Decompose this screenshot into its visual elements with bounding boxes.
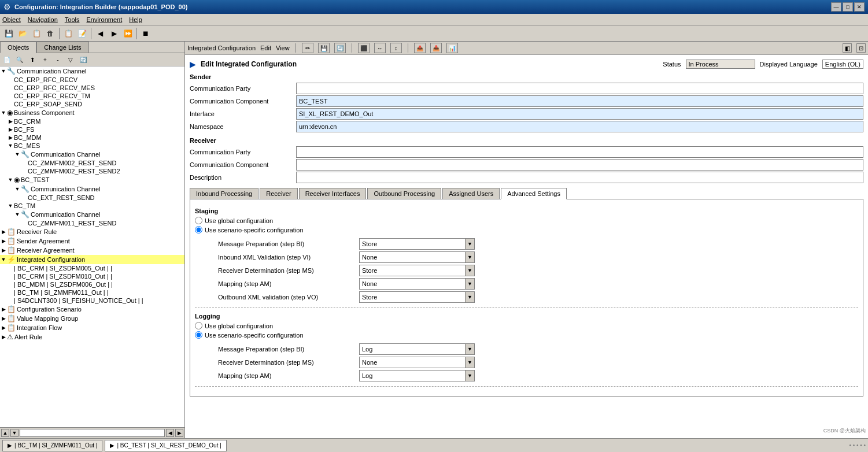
tree-item-7[interactable]: ▶BC_CRM	[0, 117, 184, 125]
tree-expander-11[interactable]: ▼	[14, 151, 21, 157]
tab-inbound-processing[interactable]: Inbound Processing	[190, 188, 258, 199]
tab-objects[interactable]: Objects	[0, 42, 36, 53]
tree-expander-9[interactable]: ▶	[7, 135, 14, 140]
sender-party-field[interactable]	[296, 83, 863, 94]
sender-namespace-field[interactable]	[296, 121, 863, 132]
scroll-down-btn[interactable]: ▼	[10, 429, 19, 437]
tab-advanced-settings[interactable]: Advanced Settings	[501, 188, 567, 199]
tree-item-28[interactable]: | S4DCLNT300 | SI_FEISHU_NOTICE_Out | |	[0, 297, 184, 305]
rt-btn-2[interactable]: 💾	[318, 43, 330, 53]
tree-expander-29[interactable]: ▶	[0, 306, 7, 312]
tree-tb-new[interactable]: 📄	[1, 54, 13, 65]
menu-help[interactable]: Help	[129, 16, 142, 23]
tree-item-1[interactable]: ▼🔧Communication Channel	[0, 66, 184, 76]
tree-item-3[interactable]: CC_ERP_RFC_RECV_MES	[0, 84, 184, 92]
tree-expander-31[interactable]: ▶	[0, 325, 7, 331]
tree-item-12[interactable]: CC_ZMMFM002_REST_SEND	[0, 159, 184, 167]
tb-btn-3[interactable]: 📋	[30, 27, 43, 40]
tab-outbound-processing[interactable]: Outbound Processing	[367, 188, 441, 199]
tree-expander-6[interactable]: ▼	[0, 110, 7, 116]
logging-global-radio[interactable]	[195, 322, 202, 329]
tab-receiver-interfaces[interactable]: Receiver Interfaces	[299, 188, 367, 199]
staging-field-3-select[interactable]: Store ▼	[359, 265, 475, 276]
nav-left-btn[interactable]: ◀	[166, 429, 174, 437]
tree-item-27[interactable]: | BC_TM | SI_ZMMFM011_Out | |	[0, 288, 184, 297]
tree-expander-30[interactable]: ▶	[0, 316, 7, 321]
rt-menu-integrated-config[interactable]: Integrated Configuration	[187, 45, 256, 51]
tree-tb-collapse[interactable]: -	[52, 54, 64, 65]
tree-expander-8[interactable]: ▶	[7, 127, 14, 132]
tree-item-17[interactable]: ▼BC_TM	[0, 202, 184, 210]
logging-field-2-arrow[interactable]: ▼	[465, 357, 474, 368]
tree-item-23[interactable]: ▼⚡Integrated Configuration	[0, 255, 184, 264]
tree-item-22[interactable]: ▶📋Receiver Agreement	[0, 246, 184, 255]
staging-specific-radio[interactable]	[195, 226, 202, 234]
sender-component-field[interactable]	[296, 95, 863, 107]
tb-btn-5[interactable]: 📋	[62, 27, 75, 40]
menu-object[interactable]: Object	[2, 16, 21, 23]
rt-menu-edit[interactable]: Edit	[260, 45, 271, 51]
logging-field-3-select[interactable]: Log ▼	[359, 370, 475, 381]
rt-btn-1[interactable]: ✏	[302, 43, 313, 53]
tree-item-30[interactable]: ▶📋Value Mapping Group	[0, 314, 184, 323]
menu-navigation[interactable]: Navigation	[28, 16, 58, 23]
tb-btn-1[interactable]: 💾	[2, 27, 15, 40]
tree-item-19[interactable]: CC_ZMMFM011_REST_SEND	[0, 219, 184, 227]
logging-field-1-select[interactable]: Log ▼	[359, 343, 475, 355]
logging-field-2-select[interactable]: None ▼	[359, 357, 475, 368]
tree-tb-filter[interactable]: ▽	[65, 54, 76, 65]
sender-interface-field[interactable]	[296, 108, 863, 120]
minimize-button[interactable]: —	[831, 2, 841, 12]
staging-field-3-arrow[interactable]: ▼	[465, 265, 474, 276]
tree-expander-17[interactable]: ▼	[7, 203, 14, 209]
tree-expander-7[interactable]: ▶	[7, 118, 14, 124]
tree-expander-32[interactable]: ▶	[0, 334, 7, 340]
rt-btn-7[interactable]: 📤	[414, 43, 426, 53]
staging-field-2-arrow[interactable]: ▼	[465, 252, 474, 262]
recv-description-field[interactable]	[296, 172, 863, 183]
staging-field-1-select[interactable]: Store ▼	[359, 238, 475, 250]
menu-environment[interactable]: Environment	[86, 16, 122, 23]
tree-item-6[interactable]: ▼◉Business Component	[0, 108, 184, 117]
tb-btn-6[interactable]: 📝	[76, 27, 88, 40]
rt-btn-5[interactable]: ↔	[374, 43, 386, 53]
staging-field-1-arrow[interactable]: ▼	[465, 239, 474, 249]
tb-btn-8[interactable]: ▶	[108, 27, 120, 40]
tree-item-25[interactable]: | BC_CRM | SI_ZSDFM010_Out | |	[0, 272, 184, 280]
tree-expander-20[interactable]: ▶	[0, 229, 7, 235]
recv-component-field[interactable]	[296, 159, 863, 171]
tree-item-31[interactable]: ▶📋Integration Flow	[0, 323, 184, 332]
menu-tools[interactable]: Tools	[65, 16, 80, 23]
tree-item-26[interactable]: | BC_MDM | SI_ZSDFM006_Out | |	[0, 280, 184, 288]
tree-item-32[interactable]: ▶⚠Alert Rule	[0, 332, 184, 342]
tb-btn-10[interactable]: ⏹	[139, 27, 152, 40]
tab-receiver[interactable]: Receiver	[260, 188, 297, 199]
tree-item-13[interactable]: CC_ZMMFM002_REST_SEND2	[0, 167, 184, 175]
tree-item-2[interactable]: CC_ERP_RFC_RECV	[0, 76, 184, 84]
tree-item-11[interactable]: ▼🔧Communication Channel	[0, 150, 184, 159]
tree-tb-up[interactable]: ⬆	[27, 54, 38, 65]
tb-btn-4[interactable]: 🗑	[44, 27, 57, 40]
rt-btn-4[interactable]: ⬛	[358, 43, 370, 53]
rt-btn-6[interactable]: ↕	[390, 43, 402, 53]
tree-item-10[interactable]: ▼BC_MES	[0, 142, 184, 150]
tree-tb-find[interactable]: 🔍	[14, 54, 25, 65]
logging-field-3-arrow[interactable]: ▼	[465, 371, 474, 381]
rt-corner-1[interactable]: ◧	[843, 43, 852, 53]
bottom-tab-1[interactable]: ▶ | BC_TM | SI_ZMMFM011_Out |	[2, 440, 102, 451]
tb-btn-2[interactable]: 📂	[16, 27, 29, 40]
tree-item-21[interactable]: ▶📋Sender Agreement	[0, 236, 184, 246]
tab-change-lists[interactable]: Change Lists	[36, 42, 88, 53]
staging-field-4-select[interactable]: None ▼	[359, 278, 475, 290]
recv-party-field[interactable]	[296, 146, 863, 158]
tb-btn-7[interactable]: ◀	[94, 27, 106, 40]
staging-field-2-select[interactable]: None ▼	[359, 251, 475, 263]
tree-expander-23[interactable]: ▼	[0, 257, 7, 262]
staging-global-radio[interactable]	[195, 217, 202, 224]
tree-expander-14[interactable]: ▼	[7, 177, 14, 183]
rt-menu-view[interactable]: View	[276, 45, 290, 51]
bottom-tab-2[interactable]: ▶ | BC_TEST | SI_XL_REST_DEMO_Out |	[105, 440, 226, 451]
tb-btn-9[interactable]: ⏩	[121, 27, 134, 40]
scroll-up-btn[interactable]: ▲	[1, 429, 9, 437]
logging-specific-radio[interactable]	[195, 331, 202, 339]
